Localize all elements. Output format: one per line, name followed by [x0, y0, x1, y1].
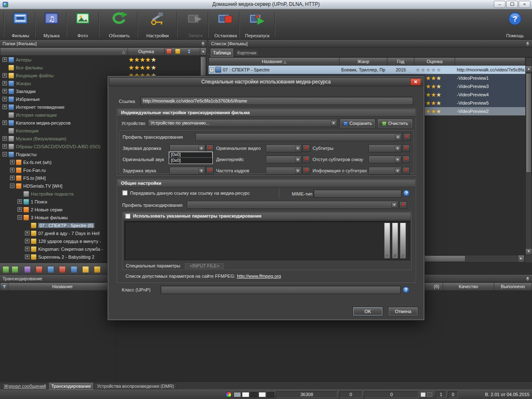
- scroll-right-button[interactable]: ►: [518, 255, 525, 262]
- tree-item[interactable]: Все фильмы: [0, 64, 200, 71]
- deinterlace-dropdown[interactable]: ▼: [266, 156, 302, 164]
- expand-icon[interactable]: +: [10, 168, 15, 172]
- pin-icon[interactable]: [525, 277, 530, 282]
- filter-icon[interactable]: [166, 49, 172, 54]
- web-icon[interactable]: [36, 266, 42, 273]
- device-dropdown[interactable]: Устройство по умолчанию...▼: [148, 119, 337, 127]
- edit-icon[interactable]: [2, 266, 9, 273]
- dialog-close-button[interactable]: ✕: [410, 78, 421, 86]
- expand-icon[interactable]: +: [2, 57, 7, 62]
- general-profile-dropdown[interactable]: ▼: [187, 201, 398, 209]
- upnp-class-field[interactable]: [160, 286, 401, 294]
- services-icon[interactable]: [59, 266, 66, 273]
- folder-open-icon[interactable]: [82, 266, 89, 273]
- original-video-dropdown[interactable]: ▼: [266, 144, 302, 152]
- column-header-name[interactable]: Название △: [209, 57, 340, 66]
- clear-field-button[interactable]: ✗: [403, 133, 411, 141]
- column-header-task-name[interactable]: Название: [8, 282, 117, 291]
- rating-column-header[interactable]: Оценка: [128, 47, 165, 56]
- edit-add-icon[interactable]: [12, 266, 18, 273]
- tab-playback-devices[interactable]: Устройства воспроизведения (DMR): [94, 383, 177, 389]
- tree-column-header[interactable]: △: [0, 47, 128, 56]
- clear-button[interactable]: Очистить: [377, 119, 413, 128]
- params-textarea[interactable]: + ✗ ✓: [124, 221, 410, 260]
- ffmpeg-link[interactable]: http://www.ffmpeg.org: [237, 274, 281, 279]
- close-button[interactable]: ×: [519, 1, 530, 8]
- collapse-icon[interactable]: −: [17, 215, 22, 220]
- expand-icon[interactable]: +: [2, 97, 7, 101]
- expand-icon[interactable]: +: [2, 136, 7, 141]
- pin-icon[interactable]: [525, 42, 530, 47]
- framerate-dropdown[interactable]: ▼: [266, 167, 302, 175]
- expand-icon[interactable]: +: [25, 231, 30, 235]
- key-icon[interactable]: [175, 49, 180, 54]
- expand-icon[interactable]: +: [2, 144, 7, 149]
- profile-dropdown[interactable]: ▼: [196, 133, 402, 141]
- expand-icon[interactable]: +: [17, 207, 22, 212]
- expand-icon[interactable]: +: [2, 105, 7, 109]
- input-file-button[interactable]: <INPUT FILE>: [184, 262, 225, 269]
- toolbar-settings-button[interactable]: Настройки: [142, 10, 173, 39]
- expand-icon[interactable]: +: [2, 81, 7, 86]
- scroll-up-button[interactable]: ▲: [525, 66, 532, 72]
- tab-cards[interactable]: Карточки: [234, 49, 260, 57]
- filter-header-cell[interactable]: [0, 282, 8, 291]
- table-icon[interactable]: [47, 266, 54, 273]
- toolbar-help-button[interactable]: ? Помощь: [499, 10, 531, 39]
- column-header-genre[interactable]: Жанр: [339, 57, 387, 66]
- clear-field-button[interactable]: ✗: [303, 167, 310, 174]
- mime-field[interactable]: [313, 189, 401, 198]
- save-button[interactable]: Сохранить: [340, 119, 375, 128]
- subtitles-dropdown[interactable]: ▼: [369, 144, 401, 152]
- tree-item[interactable]: +Актеры: [0, 56, 200, 64]
- list-vscrollbar-thumb[interactable]: [526, 73, 532, 173]
- expand-icon[interactable]: +: [10, 176, 15, 180]
- clear-field-button[interactable]: ✗: [303, 156, 310, 163]
- use-params-checkbox[interactable]: [125, 213, 131, 219]
- link-field[interactable]: http://moonwalk.cc/video/7e5c8fa1cb3760b…: [140, 97, 413, 105]
- maximize-button[interactable]: [506, 1, 518, 8]
- expand-icon[interactable]: +: [2, 120, 7, 125]
- cancel-button[interactable]: Отмена: [388, 307, 418, 316]
- clear-field-button[interactable]: ✗: [399, 201, 407, 209]
- save-icon[interactable]: [71, 266, 77, 273]
- collapse-icon[interactable]: −: [2, 152, 7, 157]
- tab-message-log[interactable]: Журнал сообщений: [2, 383, 48, 389]
- sort-icon[interactable]: [186, 49, 192, 54]
- audio-delay-dropdown[interactable]: ▼: [170, 167, 205, 175]
- pin-icon[interactable]: [201, 42, 205, 47]
- clear-field-button[interactable]: ✗: [303, 144, 310, 152]
- toolbar-stop-button[interactable]: Остановка: [210, 10, 241, 39]
- help-circle-icon[interactable]: ?: [403, 286, 409, 293]
- collapse-icon[interactable]: −: [10, 184, 15, 188]
- column-header-quality[interactable]: Качество: [443, 282, 494, 291]
- param-slider[interactable]: +: [384, 223, 390, 259]
- column-header-done[interactable]: Выполнено: [494, 282, 532, 291]
- expand-icon[interactable]: +: [17, 199, 22, 204]
- scroll-up-button[interactable]: ▲: [200, 47, 207, 56]
- clear-field-button[interactable]: ✗: [206, 167, 214, 174]
- toolbar-restart-button[interactable]: Перезапуск: [241, 10, 273, 39]
- subtitle-info-dropdown[interactable]: ▼: [369, 167, 401, 175]
- image-icon[interactable]: [24, 266, 31, 273]
- tab-table[interactable]: Таблица: [211, 49, 233, 57]
- expand-icon[interactable]: +: [25, 239, 30, 243]
- subtitle-offset-dropdown[interactable]: ▼: [369, 156, 401, 164]
- column-header-extra[interactable]: [455, 57, 525, 66]
- ok-button[interactable]: OK: [353, 307, 383, 316]
- clear-field-button[interactable]: ✗: [402, 167, 410, 174]
- dialog-titlebar[interactable]: Специальные настройки использования меди…: [109, 77, 423, 86]
- scroll-down-button[interactable]: ▼: [525, 248, 532, 255]
- expand-icon[interactable]: +: [2, 73, 7, 78]
- dropdown-option[interactable]: [0x0]: [169, 158, 212, 164]
- pass-link-checkbox[interactable]: [122, 190, 128, 196]
- dropdown-option[interactable]: [0x0]: [169, 152, 212, 158]
- toolbar-refresh-button[interactable]: Обновить: [103, 10, 135, 39]
- minimize-button[interactable]: –: [494, 1, 505, 8]
- help-circle-icon[interactable]: ?: [403, 190, 410, 196]
- expand-icon[interactable]: +: [209, 68, 214, 72]
- expand-icon[interactable]: +: [10, 160, 15, 164]
- table-row-selected[interactable]: +07 : СПЕКТР - Spectre Боевик, Триллер, …: [209, 66, 525, 74]
- param-slider[interactable]: ✗: [392, 223, 398, 259]
- column-header-rating[interactable]: Оценка: [414, 57, 455, 66]
